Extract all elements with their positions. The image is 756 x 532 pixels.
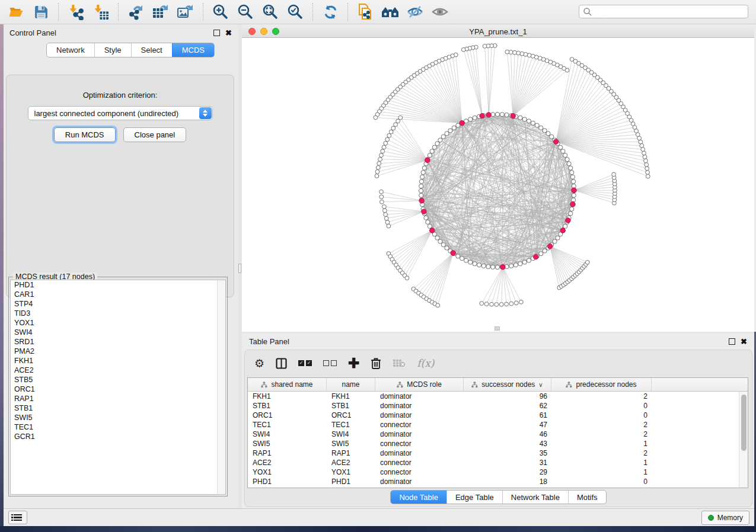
network-node[interactable]	[531, 121, 535, 125]
network-canvas[interactable]	[242, 38, 754, 332]
network-node[interactable]	[381, 149, 385, 153]
mcds-result-item[interactable]: GCR1	[11, 432, 225, 441]
mcds-result-item[interactable]: TID3	[11, 309, 225, 318]
network-node[interactable]	[378, 158, 382, 162]
tab-network-table[interactable]: Network Table	[502, 491, 568, 504]
open-session-button[interactable]	[7, 2, 25, 21]
cell-shared-name[interactable]: ACE2	[248, 459, 327, 467]
network-node[interactable]	[646, 174, 650, 178]
network-node[interactable]	[543, 249, 547, 253]
network-node[interactable]	[375, 170, 379, 174]
table-row[interactable]: RAP1RAP1dominator352	[248, 448, 748, 458]
cell-MCDS-role[interactable]: connector	[375, 440, 464, 448]
cell-successor-nodes[interactable]: 43	[464, 440, 551, 448]
network-node[interactable]	[518, 262, 522, 266]
network-node[interactable]	[484, 302, 489, 306]
network-node[interactable]	[374, 116, 378, 120]
cell-successor-nodes[interactable]: 18	[464, 477, 551, 486]
cell-name[interactable]: YOX1	[327, 468, 375, 476]
table-scrollbar[interactable]	[739, 392, 748, 488]
cell-name[interactable]: RAP1	[327, 449, 375, 457]
table-settings-button[interactable]: ⚙	[254, 358, 264, 369]
network-node[interactable]	[646, 171, 650, 175]
cell-name[interactable]: PHD1	[327, 477, 375, 486]
cell-predecessor-nodes[interactable]: 1	[551, 468, 652, 476]
network-node[interactable]	[405, 276, 409, 280]
mcds-hub-node[interactable]	[425, 158, 430, 162]
network-node[interactable]	[543, 129, 547, 133]
mcds-result-item[interactable]: FKH1	[11, 356, 225, 366]
cell-successor-nodes[interactable]: 46	[464, 430, 551, 438]
network-node[interactable]	[572, 193, 576, 197]
network-node[interactable]	[553, 239, 557, 243]
network-node[interactable]	[428, 224, 432, 228]
network-node[interactable]	[509, 302, 513, 306]
zoom-out-button[interactable]	[236, 2, 255, 21]
cell-successor-nodes[interactable]: 31	[464, 459, 551, 467]
network-node[interactable]	[441, 243, 445, 247]
network-node[interactable]	[456, 254, 460, 258]
mcds-result-item[interactable]: RAP1	[11, 394, 225, 403]
network-node[interactable]	[641, 148, 645, 152]
network-node[interactable]	[570, 175, 575, 179]
cell-MCDS-role[interactable]: connector	[375, 421, 464, 429]
cell-name[interactable]: ORC1	[327, 411, 375, 419]
hide-panels-button[interactable]	[406, 2, 425, 21]
table-row[interactable]: YOX1YOX1connector291	[248, 467, 748, 477]
network-node[interactable]	[518, 116, 522, 120]
network-node[interactable]	[375, 174, 379, 178]
column-header-successor-nodes[interactable]: successor nodes∨	[464, 378, 551, 391]
network-node[interactable]	[441, 134, 445, 139]
cell-successor-nodes[interactable]: 35	[464, 449, 551, 457]
mcds-hub-node[interactable]	[422, 209, 426, 214]
mcds-result-item[interactable]: ORC1	[11, 384, 225, 394]
network-node[interactable]	[572, 180, 576, 184]
float-panel-icon[interactable]	[729, 338, 735, 345]
zoom-in-button[interactable]	[211, 2, 230, 21]
network-node[interactable]	[527, 258, 531, 262]
cell-MCDS-role[interactable]: dominator	[375, 411, 464, 419]
network-node[interactable]	[385, 220, 390, 225]
network-node[interactable]	[376, 166, 380, 170]
mcds-result-item[interactable]: CAR1	[11, 290, 225, 299]
network-node[interactable]	[570, 171, 574, 175]
network-node[interactable]	[426, 220, 430, 224]
delete-table-button[interactable]	[393, 358, 406, 368]
network-node[interactable]	[563, 153, 567, 158]
network-node[interactable]	[495, 265, 499, 269]
cell-shared-name[interactable]: FKH1	[248, 392, 327, 400]
mcds-result-item[interactable]: SWI5	[11, 413, 225, 422]
network-node[interactable]	[384, 213, 388, 217]
network-node[interactable]	[460, 257, 464, 261]
mcds-hub-node[interactable]	[572, 188, 576, 193]
close-panel-icon[interactable]: ✖	[225, 30, 232, 36]
search-field[interactable]	[579, 5, 748, 18]
table-row[interactable]: PHD1PHD1dominator180	[248, 477, 748, 486]
memory-button[interactable]: Memory	[701, 511, 749, 525]
network-resize-handle[interactable]	[495, 326, 500, 331]
network-node[interactable]	[379, 195, 384, 199]
network-node[interactable]	[389, 130, 393, 134]
network-node[interactable]	[569, 211, 573, 216]
table-row[interactable]: SWI5SWI5connector431	[248, 439, 748, 448]
network-window-titlebar[interactable]: YPA_prune.txt_1	[242, 26, 754, 38]
tab-select[interactable]: Select	[131, 43, 172, 57]
network-node[interactable]	[473, 262, 477, 266]
export-network-button[interactable]	[126, 2, 145, 21]
table-row[interactable]: TEC1TEC1connector472	[248, 420, 748, 430]
network-node[interactable]	[522, 260, 527, 264]
network-node[interactable]	[546, 132, 550, 136]
function-builder-button[interactable]: f(x)	[417, 357, 434, 369]
mcds-result-item[interactable]: SRD1	[11, 337, 225, 347]
network-node[interactable]	[570, 207, 574, 211]
minimize-window-icon[interactable]	[260, 28, 267, 35]
cell-MCDS-role[interactable]: dominator	[375, 392, 464, 400]
network-node[interactable]	[567, 162, 571, 166]
mcds-result-item[interactable]: STB5	[11, 375, 225, 384]
show-panels-button[interactable]	[430, 2, 449, 21]
network-node[interactable]	[448, 129, 452, 133]
network-node[interactable]	[377, 162, 381, 166]
table-row[interactable]: SWI4SWI4dominator462	[248, 430, 748, 439]
cell-name[interactable]: ACE2	[327, 459, 375, 467]
network-node[interactable]	[495, 303, 499, 307]
